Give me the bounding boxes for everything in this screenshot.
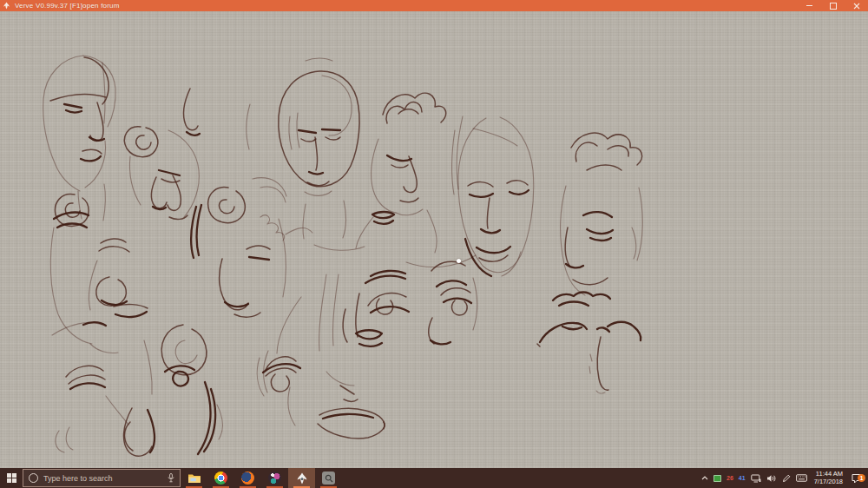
tray-pen-button[interactable] [779,468,793,488]
taskbar-app-chrome[interactable] [207,468,234,488]
magnifier-icon [325,474,333,483]
pen-icon [782,474,791,483]
sketch-face-1 [43,56,115,221]
sketch-face-4 [356,93,446,253]
sketch-face-6 [561,133,643,295]
sketch-face-9 [52,322,222,456]
taskbar-app-image-viewer[interactable] [315,468,342,488]
chrome-icon [214,472,227,485]
image-viewer-icon [322,472,335,485]
windows-logo-icon [7,473,16,483]
microphone-icon[interactable] [168,473,174,483]
sketch-nose-studies [151,89,250,209]
taskbar-app-file-explorer[interactable] [181,468,207,488]
sketch-face-5 [451,116,533,276]
taskbar-app-paint-sphere[interactable] [261,468,288,488]
action-center-button[interactable]: 1 [847,473,866,484]
close-icon [853,3,860,10]
taskbar-clock[interactable]: 11:44 AM 7/17/2018 [810,471,847,485]
drawing-canvas[interactable] [0,11,868,468]
sketch-face-11 [257,271,409,439]
firefox-icon [241,472,254,485]
speaker-icon [766,474,777,483]
ink-sketches [0,11,868,468]
sketch-face-2 [124,127,199,220]
blue-monitor-value: 41 [739,468,746,488]
taskbar-app-firefox[interactable] [234,468,261,488]
close-button[interactable] [845,0,868,11]
window-controls [798,0,868,11]
sketch-face-13 [537,293,641,394]
keyboard-icon [796,474,807,482]
verve-icon [295,472,309,485]
green-utility-icon [713,475,721,482]
system-tray: 26 41 [699,468,868,488]
sketch-lips-study [372,212,394,224]
taskbar: Type here to search [0,468,868,488]
minimize-icon [806,5,812,6]
taskbar-search[interactable]: Type here to search [23,469,181,487]
taskbar-apps [181,468,342,488]
red-monitor-value: 26 [727,468,733,488]
network-icon [751,474,761,483]
tray-monitor-red[interactable]: 26 [724,468,736,488]
minimize-button[interactable] [798,0,821,11]
cortana-icon [29,473,38,483]
maximize-button[interactable] [821,0,845,11]
file-explorer-icon [187,472,201,485]
paint-sphere-icon [268,472,281,485]
maximize-icon [830,3,837,10]
start-button[interactable] [0,468,23,488]
window-title: Verve V0.99v.37 [F1]open forum [15,0,120,11]
verve-app-icon [3,2,10,10]
tray-keyboard-button[interactable] [793,468,810,488]
tray-volume-button[interactable] [764,468,779,488]
chevron-up-icon [701,476,708,480]
notification-badge: 1 [858,474,865,482]
clock-date: 7/17/2018 [814,478,843,486]
sketch-face-7 [50,195,148,353]
sketch-face-8 [191,178,286,318]
tray-green-utility[interactable] [711,468,724,488]
tray-monitor-blue[interactable]: 41 [736,468,748,488]
sketch-face-12 [429,261,477,344]
tray-overflow-button[interactable] [699,468,711,488]
tray-network-button[interactable] [748,468,764,488]
sketch-face-3 [279,58,359,239]
desktop: { "window": { "title": "Verve V0.99v.37 … [0,0,868,488]
taskbar-app-verve[interactable] [288,468,315,488]
title-bar: Verve V0.99v.37 [F1]open forum [0,0,868,11]
brush-cursor [457,259,461,263]
search-placeholder: Type here to search [43,474,113,483]
